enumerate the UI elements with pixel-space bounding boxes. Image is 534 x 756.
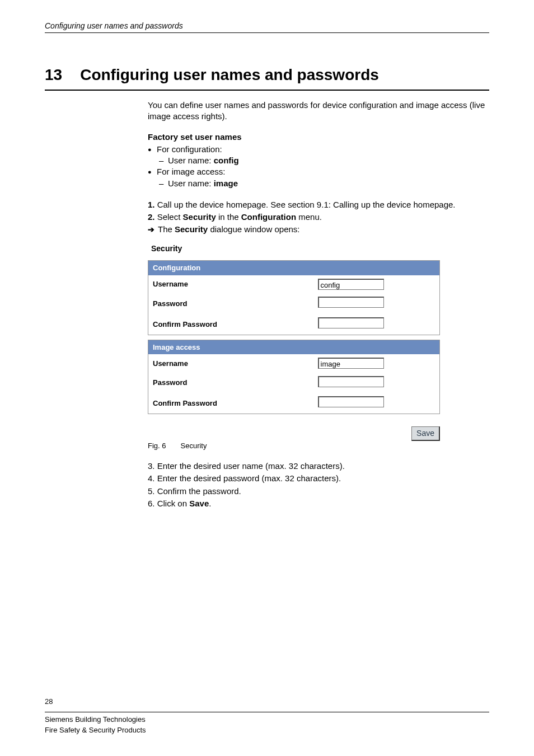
step-number: 1. <box>148 200 155 209</box>
config-confirm-password-input[interactable] <box>318 317 384 328</box>
table-row: Username image <box>148 354 440 373</box>
step-text: menu. <box>296 212 322 222</box>
section-header-configuration: Configuration <box>148 261 440 275</box>
chapter-heading: 13 Configuring user names and passwords <box>45 66 489 91</box>
table-row: Password <box>148 373 440 393</box>
save-button-row: Save <box>148 426 440 441</box>
footer-rule <box>45 712 489 712</box>
chapter-title: Configuring user names and passwords <box>80 66 379 84</box>
list-item: User name: image <box>157 178 488 189</box>
row-label-password: Password <box>148 373 313 393</box>
step-number: 2. <box>148 212 155 222</box>
row-label-username: Username <box>148 275 313 294</box>
intro-paragraph: You can define user names and passwords … <box>148 100 488 123</box>
running-header: Configuring user names and passwords <box>45 21 183 30</box>
body-column: You can define user names and passwords … <box>148 100 488 510</box>
step-text: . <box>209 499 211 508</box>
footer-text: Siemens Building Technologies Fire Safet… <box>45 715 146 736</box>
step-bold: Security <box>183 212 216 222</box>
username-prefix: User name: <box>168 179 214 188</box>
table-row: Confirm Password <box>148 393 440 414</box>
figure-caption: Fig. 6Security <box>148 441 488 451</box>
step-text: Confirm the password. <box>155 486 241 496</box>
image-access-table: Image access Username image Password Con… <box>148 340 440 414</box>
row-label-password: Password <box>148 293 313 314</box>
username-value: config <box>214 156 239 165</box>
step-5: 5. Confirm the password. <box>148 486 488 497</box>
step-4: 4. Enter the desired password (max. 32 c… <box>148 473 488 484</box>
step-text: Select <box>155 212 183 222</box>
factory-names-list: For configuration: User name: config For… <box>148 144 488 189</box>
step-1: 1. Call up the device homepage. See sect… <box>148 199 488 210</box>
result-bold: Security <box>175 224 208 234</box>
table-row: Password <box>148 293 440 314</box>
list-item: For configuration: User name: config <box>148 144 488 167</box>
footer-line-2: Fire Safety & Security Products <box>45 725 146 736</box>
table-row: Username config <box>148 275 440 294</box>
factory-image-label: For image access: <box>157 167 226 176</box>
step-text: Click on <box>155 499 190 508</box>
step-3: 3. Enter the desired user name (max. 32 … <box>148 461 488 472</box>
header-rule <box>45 32 489 33</box>
configuration-table: Configuration Username config Password C… <box>148 260 440 335</box>
config-password-input[interactable] <box>318 297 384 308</box>
security-dialog-screenshot: Security Configuration Username config P… <box>148 241 442 441</box>
image-confirm-password-input[interactable] <box>318 396 384 407</box>
username-prefix: User name: <box>168 156 214 165</box>
steps-part-b: 3. Enter the desired user name (max. 32 … <box>148 461 488 509</box>
image-username-input[interactable]: image <box>318 358 384 369</box>
page-number: 28 <box>45 697 53 706</box>
figure-title: Security <box>181 442 207 450</box>
list-item: For image access: User name: image <box>148 166 488 189</box>
step-bold: Configuration <box>241 212 296 222</box>
step-text: Enter the desired password (max. 32 char… <box>155 473 341 483</box>
dialog-title: Security <box>148 241 442 256</box>
step-text: in the <box>216 212 241 222</box>
result-text: The <box>158 224 175 234</box>
row-label-confirm-password: Confirm Password <box>148 314 313 335</box>
step-number: 5. <box>148 486 155 496</box>
footer-line-1: Siemens Building Technologies <box>45 715 146 725</box>
table-row: Confirm Password <box>148 314 440 335</box>
image-password-input[interactable] <box>318 376 384 387</box>
step-text: Enter the desired user name (max. 32 cha… <box>155 461 345 471</box>
step-number: 3. <box>148 461 155 471</box>
step-number: 6. <box>148 499 155 508</box>
factory-names-heading: Factory set user names <box>148 132 488 143</box>
row-label-confirm-password: Confirm Password <box>148 393 313 414</box>
username-value: image <box>214 179 238 188</box>
step-bold: Save <box>189 499 209 508</box>
list-item: User name: config <box>157 155 488 166</box>
row-label-username: Username <box>148 354 313 373</box>
step-text: Call up the device homepage. See section… <box>155 200 456 209</box>
save-button[interactable]: Save <box>411 426 440 441</box>
section-header-image-access: Image access <box>148 340 440 354</box>
step-2: 2. Select Security in the Configuration … <box>148 212 488 223</box>
step-number: 4. <box>148 473 155 483</box>
figure-label: Fig. 6 <box>148 442 166 450</box>
chapter-number: 13 <box>45 66 62 84</box>
factory-config-label: For configuration: <box>157 144 222 154</box>
step-6: 6. Click on Save. <box>148 498 488 509</box>
config-username-input[interactable]: config <box>318 279 384 290</box>
result-text: dialogue window opens: <box>208 224 299 234</box>
steps-part-a: 1. Call up the device homepage. See sect… <box>148 199 488 236</box>
result-line: The Security dialogue window opens: <box>148 224 488 235</box>
